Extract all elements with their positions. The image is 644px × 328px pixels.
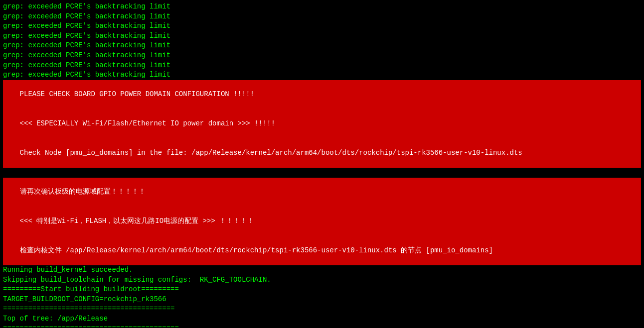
top-of-tree: Top of tree: /app/Release: [3, 314, 641, 324]
start-buildroot: =========Start building buildroot=======…: [3, 285, 641, 295]
skip-toolchain: Skipping build_toolchain for missing con…: [3, 275, 641, 285]
grep-line-2: grep: exceeded PCRE's backtracking limit: [3, 12, 641, 22]
alert-block-chinese: 请再次确认板级的电源域配置！！！！！ <<< 特别是Wi-Fi，FLASH，以太…: [3, 178, 641, 265]
alert-zh-line-3: 检查内核文件 /app/Release/kernel/arch/arm64/bo…: [20, 246, 493, 254]
alert-line-1: PLEASE CHECK BOARD GPIO POWER DOMAIN CON…: [20, 90, 254, 98]
alert-line-2: <<< ESPECIALLY Wi-Fi/Flash/Ethernet IO p…: [20, 119, 275, 127]
grep-line-4: grep: exceeded PCRE's backtracking limit: [3, 31, 641, 41]
separator-1: ========================================…: [3, 304, 641, 314]
alert-zh-line-2: <<< 特别是Wi-Fi，FLASH，以太网这几路IO电源的配置 >>> ！！！…: [20, 217, 254, 225]
alert-line-3: Check Node [pmu_io_domains] in the file:…: [20, 149, 522, 157]
build-kernel-success: Running build_kernel succeeded.: [3, 265, 641, 275]
separator-2: ========================================…: [3, 324, 641, 328]
terminal: grep: exceeded PCRE's backtracking limit…: [0, 0, 644, 328]
grep-line-3: grep: exceeded PCRE's backtracking limit: [3, 21, 641, 31]
empty-line-1: [3, 168, 641, 178]
alert-zh-line-1: 请再次确认板级的电源域配置！！！！！: [20, 188, 146, 196]
grep-line-1: grep: exceeded PCRE's backtracking limit: [3, 2, 641, 12]
grep-line-5: grep: exceeded PCRE's backtracking limit: [3, 41, 641, 51]
grep-line-8: grep: exceeded PCRE's backtracking limit: [3, 70, 641, 80]
grep-line-6: grep: exceeded PCRE's backtracking limit: [3, 51, 641, 61]
buildroot-config: TARGET_BUILDROOT_CONFIG=rockchip_rk3566: [3, 295, 641, 305]
grep-line-7: grep: exceeded PCRE's backtracking limit: [3, 61, 641, 71]
alert-block-english: PLEASE CHECK BOARD GPIO POWER DOMAIN CON…: [3, 80, 641, 168]
